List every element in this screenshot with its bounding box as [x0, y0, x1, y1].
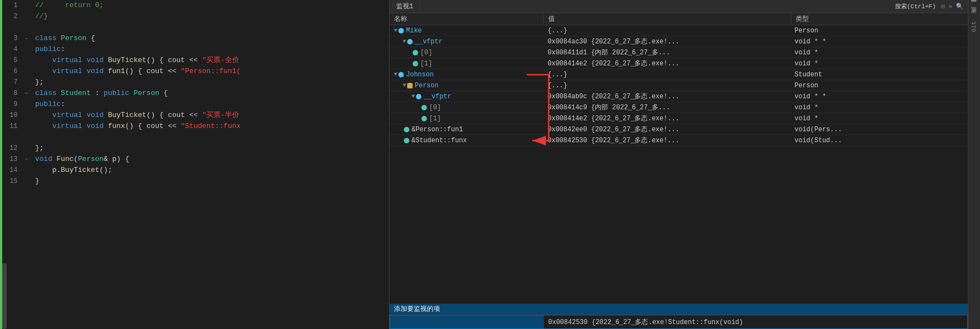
- collapse-icon[interactable]: −: [22, 154, 31, 165]
- code-text: class Student : public Person {: [33, 88, 389, 99]
- watch-cell-type: Person: [790, 27, 968, 35]
- code-text: public:: [33, 44, 389, 55]
- toolbar-icons: ⊟ ✕ 🔍: [942, 3, 964, 10]
- expand-icon[interactable]: ▼: [394, 27, 397, 34]
- dot-cyan-icon: [404, 138, 409, 143]
- code-line: 15}: [0, 176, 389, 187]
- watch-cell-value: 0x008414e2 {2022_6_27_多态.exe!...: [543, 59, 790, 68]
- dot-gold-icon: [407, 83, 413, 88]
- code-text: void Func(Person& p) {: [33, 154, 389, 165]
- watch-row[interactable]: ▼ Person{...}Person: [390, 80, 968, 91]
- code-text: };: [33, 77, 389, 88]
- code-line: 7};: [0, 77, 389, 88]
- line-number: 4: [0, 44, 22, 55]
- code-line: 4public:: [0, 44, 389, 55]
- watch-row[interactable]: &Student::funx0x00842530 {2022_6_27_多态.e…: [390, 135, 968, 146]
- watch-cell-value: 0x0084ab9c {2022_6_27_多态.exe!...: [543, 92, 790, 101]
- watch-panel: 监视1 搜索(Ctrl+F) ⊟ ✕ 🔍 名称 值 类型 ▼ Mike{...}…: [390, 0, 968, 329]
- item-name: &Person::fun1: [412, 126, 463, 133]
- search-button[interactable]: 搜索(Ctrl+F): [892, 1, 939, 12]
- code-text: // return 0;: [33, 0, 389, 11]
- tooltip-value: 0x00842530 {2022_6_27_多态.exe!Student::fu…: [544, 315, 967, 328]
- watch-columns: 名称 值 类型: [390, 13, 968, 25]
- code-text: virtual void BuyTicket() { cout << "买票-全…: [33, 55, 389, 66]
- collapse-icon[interactable]: −: [22, 88, 31, 99]
- watch-cell-type: void(Stud...: [790, 137, 968, 144]
- watch-cell-name: ▼ Mike: [390, 27, 543, 35]
- expand-icon[interactable]: ▼: [394, 71, 397, 77]
- item-name: Person: [415, 82, 438, 90]
- dot-cyan-icon: [413, 61, 418, 66]
- dot-blue-icon: [416, 94, 421, 99]
- watch-cell-name: [1]: [390, 115, 543, 122]
- watch-row[interactable]: ▼ __vfptr0x0084ac30 {2022_6_27_多态.exe!..…: [390, 36, 968, 47]
- expand-icon[interactable]: ▼: [403, 38, 406, 44]
- watch-row[interactable]: [1]0x008414e2 {2022_6_27_多态.exe!...void …: [390, 58, 968, 69]
- watch-cell-name: &Person::fun1: [390, 126, 543, 133]
- watch-cell-value: 0x008411d1 {内部 2022_6_27_多...: [543, 48, 790, 57]
- dot-cyan-icon: [421, 105, 427, 110]
- watch-cell-value: 0x00842ee0 {2022_6_27_多态.exe!...: [543, 125, 790, 134]
- watch-row[interactable]: ▼ __vfptr0x0084ab9c {2022_6_27_多态.exe!..…: [390, 91, 968, 102]
- watch-cell-name: [0]: [390, 104, 543, 111]
- col-header-name: 名称: [390, 13, 543, 25]
- watch-cell-type: void * *: [790, 38, 968, 46]
- code-text: [33, 22, 389, 33]
- expand-icon[interactable]: ▼: [412, 93, 415, 99]
- code-text: };: [33, 143, 389, 154]
- code-line: 10 virtual void BuyTicket() { cout << "买…: [0, 110, 389, 121]
- watch-row[interactable]: [1]0x008414e2 {2022_6_27_多态.exe!...void …: [390, 113, 968, 124]
- watch-cell-name: ▼ Johnson: [390, 71, 543, 79]
- watch-row[interactable]: ▼ Mike{...}Person: [390, 25, 968, 36]
- item-name: [0]: [420, 49, 432, 57]
- watch-cell-type: void *: [790, 104, 968, 111]
- watch-cell-type: void *: [790, 49, 968, 57]
- watch-header: 监视1 搜索(Ctrl+F) ⊟ ✕ 🔍: [390, 0, 968, 13]
- watch-cell-value: {...}: [543, 82, 790, 90]
- item-name: __vfptr: [415, 38, 442, 46]
- item-name: Mike: [406, 27, 422, 35]
- code-editor: 1// return 0;2//} 3-class Person {4publi…: [0, 0, 390, 329]
- collapse-icon[interactable]: -: [22, 33, 31, 44]
- watch-cell-type: void *: [790, 60, 968, 68]
- watch-row[interactable]: &Person::fun10x00842ee0 {2022_6_27_多态.ex…: [390, 124, 968, 135]
- watch-toolbar: 搜索(Ctrl+F) ⊟ ✕ 🔍: [892, 1, 968, 12]
- side-tab-team[interactable]: 团队资源管理器: [969, 2, 979, 11]
- watch-row[interactable]: [0]0x008414c9 {内部 2022_6_27_多...void *: [390, 102, 968, 113]
- add-item-label[interactable]: 添加要监视的项: [390, 304, 543, 314]
- tooltip-dropdown: 0x00842530 {2022_6_27_多态.exe!Student::fu…: [390, 315, 968, 329]
- watch-cell-value: 0x0084ac30 {2022_6_27_多态.exe!...: [543, 37, 790, 46]
- watch-cell-type: void *: [790, 115, 968, 122]
- code-line: 2//}: [0, 11, 389, 22]
- code-text: virtual void fun1() { cout << "Person::f…: [33, 66, 389, 77]
- watch-cell-type: void(Pers...: [790, 126, 968, 133]
- watch-tab[interactable]: 监视1: [390, 0, 420, 13]
- side-tabs: 团队资源管理器 Git 更改: [968, 0, 980, 329]
- watch-cell-value: 0x008414e2 {2022_6_27_多态.exe!...: [543, 114, 790, 123]
- dot-cyan-icon: [413, 50, 418, 55]
- code-line: 12};: [0, 143, 389, 154]
- watch-cell-value: {...}: [543, 71, 790, 79]
- watch-cell-type: void * *: [790, 93, 968, 101]
- dot-blue-icon: [398, 72, 404, 77]
- code-text: }: [33, 176, 389, 187]
- side-tab-git[interactable]: Git 更改: [969, 13, 979, 36]
- line-number: 10: [0, 110, 22, 121]
- code-line: [0, 132, 389, 143]
- code-line: [0, 22, 389, 33]
- col-header-type: 类型: [791, 13, 968, 25]
- watch-row[interactable]: [0]0x008411d1 {内部 2022_6_27_多...void *: [390, 47, 968, 58]
- item-name: [1]: [420, 60, 432, 68]
- watch-row[interactable]: ▼ Johnson{...}Student: [390, 69, 968, 80]
- code-line: 13−void Func(Person& p) {: [0, 154, 389, 165]
- line-number: 14: [0, 165, 22, 176]
- watch-cell-name: ▼ __vfptr: [390, 38, 543, 46]
- line-number: 6: [0, 66, 22, 77]
- watch-table: ▼ Mike{...}Person▼ __vfptr0x0084ac30 {20…: [390, 25, 968, 329]
- code-line: 6 virtual void fun1() { cout << "Person:…: [0, 66, 389, 77]
- add-item-row[interactable]: 添加要监视的项: [390, 304, 968, 315]
- line-number: 13: [0, 154, 22, 165]
- expand-icon[interactable]: ▼: [403, 82, 406, 88]
- item-name: __vfptr: [424, 93, 451, 101]
- line-number: 15: [0, 176, 22, 187]
